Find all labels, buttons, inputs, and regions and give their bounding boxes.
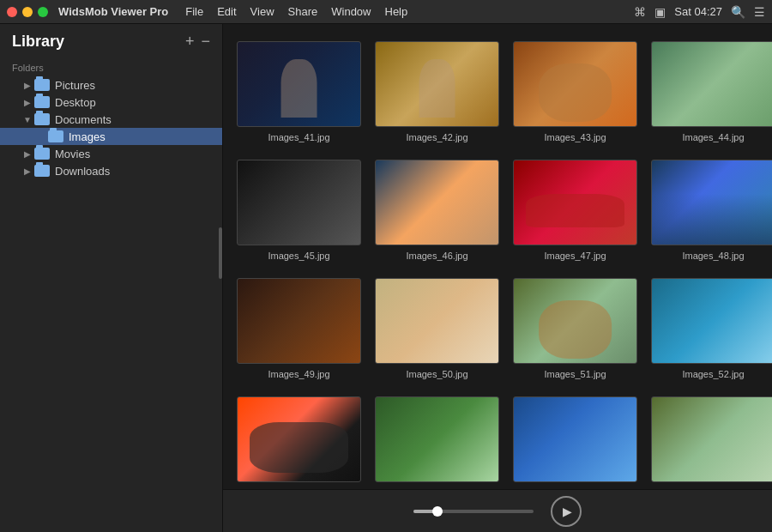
folder-icon-images — [48, 130, 63, 142]
image-thumb-56 — [651, 396, 772, 482]
add-folder-button[interactable]: + — [185, 33, 195, 51]
sidebar-label-movies: Movies — [55, 148, 90, 160]
image-thumb-45 — [237, 160, 361, 245]
image-item-56[interactable]: Images_56.jpg — [651, 396, 772, 498]
image-thumb-46 — [375, 160, 499, 245]
arrow-pictures — [21, 78, 34, 92]
image-item-43[interactable]: Images_43.jpg — [513, 41, 637, 142]
image-thumb-55 — [513, 396, 637, 482]
image-item-55[interactable]: Images_55.jpg — [513, 396, 637, 498]
image-thumb-50 — [375, 278, 499, 364]
folder-icon-pictures — [34, 79, 50, 91]
image-item-44[interactable]: Images_44.jpg — [651, 41, 772, 142]
play-button[interactable] — [551, 496, 582, 527]
image-thumb-43 — [513, 41, 637, 127]
menu-share[interactable]: Share — [288, 5, 318, 18]
playback-slider[interactable] — [413, 510, 534, 513]
folder-icon-downloads — [34, 165, 50, 177]
sidebar-scroll-handle — [219, 227, 222, 279]
image-thumb-48 — [651, 160, 772, 245]
menu-file[interactable]: File — [185, 5, 203, 18]
image-thumb-49 — [237, 278, 361, 364]
image-item-46[interactable]: Images_46.jpg — [375, 160, 499, 261]
image-label-51: Images_51.jpg — [544, 369, 606, 379]
clock: Sat 04:27 — [674, 5, 722, 18]
image-thumb-44 — [651, 41, 772, 127]
image-item-54[interactable]: Images_54.jpg — [375, 396, 499, 498]
titlebar-right: ⌘ ▣ Sat 04:27 🔍 ☰ — [634, 5, 765, 19]
image-thumb-51 — [513, 278, 637, 364]
image-item-47[interactable]: Images_47.jpg — [513, 160, 637, 261]
image-thumb-53 — [237, 396, 361, 482]
maximize-button[interactable] — [38, 7, 48, 17]
arrow-documents — [21, 112, 34, 126]
image-item-41[interactable]: Images_41.jpg — [237, 41, 361, 142]
minimize-button[interactable] — [22, 7, 33, 17]
image-thumb-54 — [375, 396, 499, 482]
folders-label: Folders — [0, 56, 222, 76]
image-label-43: Images_43.jpg — [544, 132, 606, 142]
sidebar: Library + − Folders Pictures Desktop Doc… — [0, 24, 223, 532]
menu-window[interactable]: Window — [331, 5, 371, 18]
menu-help[interactable]: Help — [385, 5, 408, 18]
sidebar-title: Library — [12, 33, 64, 51]
image-item-52[interactable]: Images_52.jpg — [651, 278, 772, 379]
menu-bar: File Edit View Share Window Help — [185, 5, 407, 18]
sidebar-label-desktop: Desktop — [55, 96, 96, 109]
sidebar-label-downloads: Downloads — [55, 165, 110, 178]
player-bar — [223, 489, 772, 532]
image-item-48[interactable]: Images_48.jpg — [651, 160, 772, 261]
sidebar-header: Library + − — [0, 24, 222, 56]
image-label-44: Images_44.jpg — [682, 132, 744, 142]
folder-icon-desktop — [34, 96, 50, 108]
sidebar-item-documents[interactable]: Documents — [0, 111, 222, 128]
menu-view[interactable]: View — [250, 5, 274, 18]
image-label-49: Images_49.jpg — [268, 369, 329, 379]
slider-thumb[interactable] — [432, 506, 443, 517]
image-thumb-47 — [513, 160, 637, 245]
sidebar-item-desktop[interactable]: Desktop — [0, 94, 222, 111]
image-thumb-52 — [651, 278, 772, 364]
image-thumb-42 — [375, 41, 499, 127]
list-icon[interactable]: ☰ — [754, 5, 765, 19]
collapse-button[interactable]: − — [201, 33, 210, 51]
traffic-lights — [7, 7, 48, 17]
image-grid-container: Images_41.jpgImages_42.jpgImages_43.jpgI… — [223, 24, 772, 532]
image-item-51[interactable]: Images_51.jpg — [513, 278, 637, 379]
arrow-movies — [21, 147, 34, 160]
image-item-45[interactable]: Images_45.jpg — [237, 160, 361, 261]
sidebar-label-images: Images — [69, 130, 106, 143]
arrow-downloads — [21, 164, 34, 178]
image-label-46: Images_46.jpg — [406, 251, 467, 261]
image-grid: Images_41.jpgImages_42.jpgImages_43.jpgI… — [237, 41, 758, 498]
image-label-45: Images_45.jpg — [268, 251, 329, 261]
sidebar-item-images[interactable]: Images — [0, 128, 222, 145]
image-label-52: Images_52.jpg — [682, 369, 744, 379]
menu-edit[interactable]: Edit — [217, 5, 236, 18]
folder-icon-movies — [34, 148, 50, 160]
image-label-42: Images_42.jpg — [406, 132, 467, 142]
search-icon[interactable]: 🔍 — [731, 5, 745, 19]
airplay-icon[interactable]: ⌘ — [634, 5, 646, 19]
sidebar-label-documents: Documents — [55, 113, 112, 126]
image-label-50: Images_50.jpg — [406, 369, 467, 379]
sidebar-header-icons: + − — [185, 33, 210, 51]
display-icon[interactable]: ▣ — [654, 5, 666, 19]
image-label-41: Images_41.jpg — [268, 132, 329, 142]
titlebar: WidsMob Viewer Pro File Edit View Share … — [0, 0, 772, 24]
sidebar-label-pictures: Pictures — [55, 79, 95, 92]
image-item-50[interactable]: Images_50.jpg — [375, 278, 499, 379]
image-label-48: Images_48.jpg — [682, 251, 744, 261]
folder-icon-documents — [34, 113, 50, 125]
image-item-49[interactable]: Images_49.jpg — [237, 278, 361, 379]
image-item-42[interactable]: Images_42.jpg — [375, 41, 499, 142]
sidebar-item-movies[interactable]: Movies — [0, 145, 222, 162]
image-item-53[interactable]: Images_53.jpg — [237, 396, 361, 498]
main-layout: Library + − Folders Pictures Desktop Doc… — [0, 24, 772, 532]
sidebar-item-pictures[interactable]: Pictures — [0, 76, 222, 94]
slider-container — [413, 510, 534, 513]
sidebar-item-downloads[interactable]: Downloads — [0, 162, 222, 179]
app-title: WidsMob Viewer Pro — [58, 5, 168, 18]
close-button[interactable] — [7, 7, 17, 17]
image-label-47: Images_47.jpg — [544, 251, 606, 261]
